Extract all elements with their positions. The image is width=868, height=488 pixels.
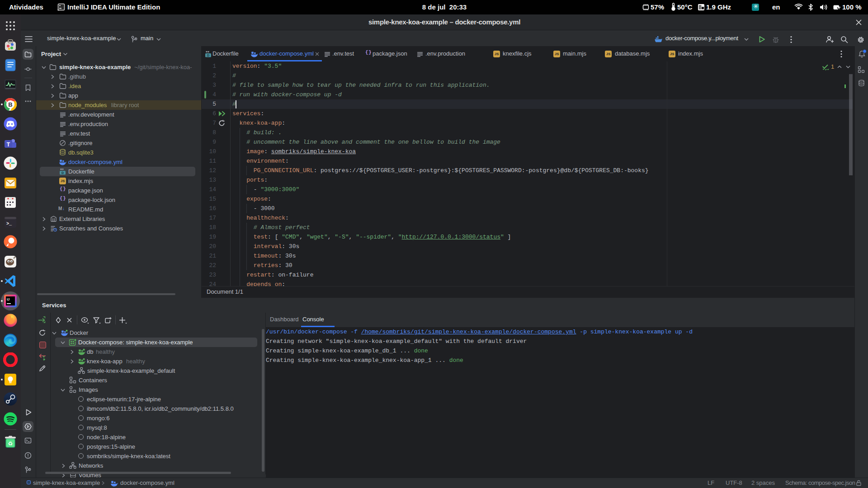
svg-text:>_: >_ [6, 221, 12, 226]
svg-text:D: D [207, 54, 209, 57]
svg-text:T: T [7, 141, 10, 148]
svg-text:D: D [61, 171, 64, 174]
svg-text:B: B [8, 101, 12, 108]
svg-text:IJ: IJ [7, 297, 9, 301]
svg-text:♻: ♻ [8, 441, 13, 447]
